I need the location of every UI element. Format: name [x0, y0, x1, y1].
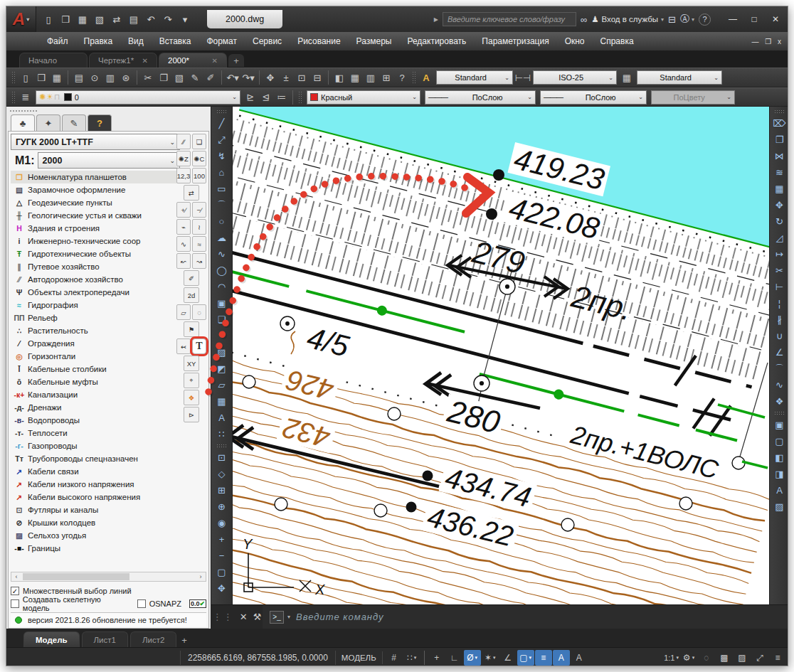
model-space-button[interactable]: МОДЕЛЬ: [336, 651, 383, 664]
copy-clip-button[interactable]: ❐: [156, 70, 171, 85]
zoom-center-button[interactable]: ⊕: [213, 498, 231, 515]
close-button[interactable]: ✕: [765, 11, 786, 28]
swap-direction-button[interactable]: ⇄: [184, 185, 199, 201]
scale-combo[interactable]: 2000⌄: [38, 152, 180, 169]
toolbar-grip[interactable]: [216, 110, 228, 114]
print-preview-button[interactable]: ⊙: [87, 70, 102, 85]
break-button[interactable]: ∦: [771, 311, 788, 328]
qat-undo-button[interactable]: ↶: [143, 11, 159, 27]
file-tab-[interactable]: Начало: [19, 53, 88, 68]
clean-screen-button[interactable]: ⤢: [751, 650, 768, 666]
lasso-contour-button[interactable]: ◌: [192, 304, 206, 320]
blocks-convert-button[interactable]: ❖: [184, 390, 199, 405]
zoom-realtime-button[interactable]: ±: [278, 70, 294, 85]
send-to-back-button[interactable]: ▢: [771, 433, 788, 449]
lineweight-toggle-button[interactable]: ≡: [535, 650, 552, 666]
toolbar-grip[interactable]: [11, 91, 16, 104]
draw-gradient-button[interactable]: ◩: [213, 361, 231, 377]
grid-toggle-button[interactable]: #: [386, 650, 403, 666]
green-line[interactable]: [233, 259, 289, 287]
menu-1[interactable]: Файл: [39, 33, 76, 49]
menu-7[interactable]: Рисование: [290, 33, 348, 49]
snap-mode-button[interactable]: ∷▾: [403, 650, 420, 666]
zoom-window-button[interactable]: ⊡: [294, 70, 309, 85]
point-to-block-button[interactable]: ⌖: [184, 373, 199, 388]
chevron-down-icon[interactable]: ▾: [287, 614, 290, 620]
list-item[interactable]: -д-Дренажи: [11, 401, 180, 414]
erase-button[interactable]: ⌦: [771, 115, 788, 132]
draw-rectangle-button[interactable]: ▭: [213, 181, 231, 197]
minimize-button[interactable]: —: [722, 11, 743, 28]
zoom-scale-button[interactable]: ⊞: [213, 482, 231, 498]
isolate-objects-button[interactable]: ◌: [698, 650, 715, 666]
trim-button[interactable]: ✂: [771, 262, 788, 279]
insert-block-button[interactable]: ▣: [213, 295, 231, 311]
list-item[interactable]: ↗Кабели высокого напряжения: [11, 491, 180, 503]
qat-saveas-button[interactable]: ▧: [92, 11, 107, 27]
search-icon[interactable]: ∞: [581, 14, 587, 25]
draw-group-button[interactable]: ∷: [213, 426, 231, 442]
toolbar-grip[interactable]: [774, 411, 785, 415]
layer-lock-icon[interactable]: ⊓: [54, 92, 60, 101]
list-item[interactable]: ⁄⁄Автодорожное хозяйство: [11, 273, 180, 286]
curve-tool-alt-button[interactable]: ≈: [192, 236, 206, 252]
command-input[interactable]: Введите команду: [296, 612, 384, 622]
list-item[interactable]: ∴Растительность: [11, 324, 180, 337]
bring-to-front-button[interactable]: ▣: [771, 417, 788, 433]
mirror-button[interactable]: ⋈: [771, 148, 788, 164]
list-item[interactable]: ⁄Ограждения: [11, 337, 180, 350]
list-item[interactable]: ▤Зарамочное оформление: [11, 183, 180, 196]
graphics-status-button[interactable]: ▩: [716, 650, 733, 666]
zoom-in-button[interactable]: +: [213, 531, 231, 548]
scrollbar-thumb[interactable]: [23, 573, 129, 580]
offset-button[interactable]: ≋: [771, 164, 788, 181]
menu-2[interactable]: Правка: [76, 33, 121, 49]
toolbar-grip[interactable]: [774, 110, 785, 114]
pan-button[interactable]: ✥: [263, 70, 278, 85]
leader-arrow-button[interactable]: ↢: [176, 338, 191, 354]
draw-mtext-button[interactable]: A: [213, 410, 231, 426]
file-tab-2000[interactable]: 2000*✕: [159, 53, 227, 68]
bring-above-button[interactable]: ◧: [771, 449, 788, 466]
list-item[interactable]: ĪКабельные столбики: [11, 363, 180, 375]
layout-tab-Лист2[interactable]: Лист2: [130, 631, 176, 647]
menu-11[interactable]: Окно: [557, 33, 593, 49]
palette-grip[interactable]: [9, 107, 38, 114]
scale-button[interactable]: ◿: [771, 230, 788, 246]
open-file-button[interactable]: ❒: [33, 70, 49, 85]
edit-segment-button[interactable]: ⌁: [176, 219, 191, 235]
table-style-icon[interactable]: ▦: [619, 70, 635, 85]
file-tab-1[interactable]: Чертеж1*✕: [89, 53, 157, 68]
list-item[interactable]: -г-Газопроводы: [11, 439, 180, 452]
list-item[interactable]: △Геодезические пункты: [11, 196, 180, 209]
insert-z-symbol-button[interactable]: ✺Z: [176, 151, 191, 166]
chamfer-button[interactable]: ∠: [771, 344, 788, 361]
tool-palettes-button[interactable]: ▥: [363, 70, 379, 85]
menu-6[interactable]: Сервис: [245, 33, 290, 49]
zoom-out-button[interactable]: −: [213, 548, 231, 564]
doc-update-button[interactable]: ⊳: [184, 407, 199, 422]
zoom-window-button[interactable]: ⊡: [213, 449, 231, 466]
draw-arc-button[interactable]: ⌒: [213, 197, 231, 213]
object-snap-button[interactable]: Ø▾: [464, 650, 481, 666]
new-file-button[interactable]: ▯: [18, 70, 33, 85]
command-grip[interactable]: ⋮⋮: [213, 612, 234, 622]
redo-button[interactable]: ↷▾: [240, 70, 256, 85]
layer-combo[interactable]: ✺☀⊓ 0⌄: [36, 90, 240, 105]
match-properties-button[interactable]: ✎: [187, 70, 203, 85]
stretch-button[interactable]: ↦: [771, 246, 788, 262]
design-center-button[interactable]: ▦: [347, 70, 363, 85]
list-item[interactable]: ⊘Крышки колодцев: [11, 516, 180, 529]
layer-on-icon[interactable]: ✺: [39, 92, 46, 101]
list-item[interactable]: -т-Теплосети: [11, 427, 180, 439]
annotation-visibility-button[interactable]: A: [553, 650, 570, 666]
menu-3[interactable]: Вид: [120, 33, 152, 49]
draw-spline-button[interactable]: ∿: [213, 246, 231, 262]
list-item[interactable]: ∥Путевое хозяйство: [11, 260, 180, 273]
workspace-switch-button[interactable]: ⚙▾: [680, 650, 697, 666]
select-linetype-button[interactable]: ∕∕: [176, 134, 191, 149]
list-item[interactable]: ⊡Футляры и каналы: [11, 503, 180, 516]
list-item[interactable]: ΠΠРельеф: [11, 311, 180, 324]
menu-4[interactable]: Вставка: [152, 33, 199, 49]
blend-curves-button[interactable]: ∿: [771, 377, 788, 393]
